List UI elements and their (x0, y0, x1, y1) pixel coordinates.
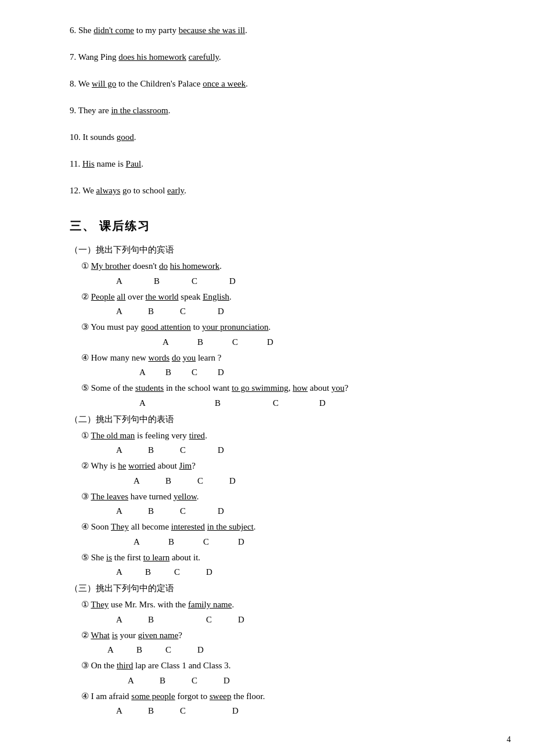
sentence-9: 9. They are in the classroom. (70, 103, 488, 117)
sentence-10: 10. It sounds good. (70, 130, 488, 144)
circle-num: ⑤ (81, 553, 91, 562)
sentence-9-text: They are in the classroom. (78, 106, 171, 115)
subsection-1-label: （一）挑出下列句中的宾语 (70, 244, 488, 255)
ex3-item2: ② What is your given name? ABCD (70, 628, 488, 656)
ex3-item2-sentence: ② What is your given name? (81, 628, 488, 643)
ex2-item3-sentence: ③ The leaves have turned yellow. (81, 489, 488, 505)
ex2-item4-abcd: ABCD (134, 537, 488, 547)
ex3-item4-sentence: ④ I am afraid some people forgot to swee… (81, 689, 488, 704)
ex1-item4-abcd: ABCD (139, 368, 488, 377)
subsection-1: （一）挑出下列句中的宾语 ① My brother doesn't do his… (70, 244, 488, 408)
sentence-6-text: She didn't come to my party because she … (78, 26, 247, 35)
sentence-6: 6. She didn't come to my party because s… (70, 23, 488, 37)
circle-num: ② (81, 461, 91, 470)
circle-num: ② (81, 631, 91, 640)
ex3-item3: ③ On the third lap are Class 1 and Class… (70, 658, 488, 686)
ex3-item3-sentence: ③ On the third lap are Class 1 and Class… (81, 658, 488, 674)
ex1-item5: ⑤ Some of the students in the school wan… (70, 381, 488, 408)
ex3-item1-abcd: ABCD (116, 615, 488, 625)
sentence-8: 8. We will go to the Children's Palace o… (70, 77, 488, 91)
circle-num: ④ (81, 522, 91, 531)
subsection-3-label: （三）挑出下列句中的定语 (70, 583, 488, 594)
ex2-item3: ③ The leaves have turned yellow. ABCD (70, 489, 488, 517)
ex1-item1: ① My brother doesn't do his homework. AB… (70, 259, 488, 286)
ex2-item2-sentence: ② Why is he worried about Jim? (81, 459, 488, 474)
ex2-item5-abcd: ABCD (116, 567, 488, 577)
ex1-item5-sentence: ⑤ Some of the students in the school wan… (81, 381, 488, 396)
ex2-item5: ⑤ She is the first to learn about it. AB… (70, 550, 488, 578)
sentence-7: 7. Wang Ping does his homework carefully… (70, 50, 488, 64)
ex1-item1-sentence: ① My brother doesn't do his homework. (81, 259, 488, 274)
circle-num: ③ (81, 322, 91, 332)
circle-num: ④ (81, 353, 91, 362)
page-number: 4 (507, 735, 511, 744)
sentence-12-text: We always go to school early. (82, 186, 186, 195)
ex1-item2-abcd: ABCD (116, 307, 488, 316)
sentence-12-num: 12. (70, 186, 82, 195)
sentence-10-text: It sounds good. (83, 132, 136, 142)
ex1-item4: ④ How many new words do you learn ? ABCD (70, 351, 488, 378)
ex1-item3: ③ You must pay good attention to your pr… (70, 320, 488, 347)
sentence-9-num: 9. (70, 106, 78, 115)
sentence-11: 11. His name is Paul. (70, 157, 488, 171)
ex1-item1-abcd: ABCD (116, 276, 488, 286)
ex2-item1-abcd: ABCD (116, 445, 488, 455)
subsection-3: （三）挑出下列句中的定语 ① They use Mr. Mrs. with th… (70, 583, 488, 716)
section-3: 三、 课后练习 （一）挑出下列句中的宾语 ① My brother doesn'… (70, 218, 488, 716)
sentence-11-num: 11. (70, 159, 82, 168)
circle-num: ④ (81, 692, 91, 701)
sentence-10-num: 10. (70, 132, 83, 142)
ex2-item5-sentence: ⑤ She is the first to learn about it. (81, 550, 488, 566)
circle-num: ① (81, 261, 91, 271)
ex1-item4-sentence: ④ How many new words do you learn ? (81, 351, 488, 366)
sentence-7-text: Wang Ping does his homework carefully. (78, 52, 221, 62)
circle-num: ① (81, 600, 91, 609)
circle-num: ⑤ (81, 383, 91, 393)
ex3-item1: ① They use Mr. Mrs. with the family name… (70, 597, 488, 625)
ex2-item1-sentence: ① The old man is feeling very tired. (81, 429, 488, 444)
ex2-item4-sentence: ④ Soon They all become interested in the… (81, 520, 488, 535)
numbered-sentences-section: 6. She didn't come to my party because s… (70, 23, 488, 197)
circle-num: ① (81, 431, 91, 440)
ex2-item2: ② Why is he worried about Jim? ABCD (70, 459, 488, 486)
sentence-6-num: 6. (70, 26, 78, 35)
ex1-item5-abcd: ABCD (139, 398, 488, 408)
ex3-item2-abcd: ABCD (107, 645, 488, 655)
ex1-item3-sentence: ③ You must pay good attention to your pr… (81, 320, 488, 335)
ex3-item4-abcd: ABCD (116, 706, 488, 716)
sentence-11-text: His name is Paul. (82, 159, 143, 168)
sentence-12: 12. We always go to school early. (70, 183, 488, 197)
ex2-item2-abcd: ABCD (134, 476, 488, 486)
ex1-item2: ② People all over the world speak Englis… (70, 290, 488, 317)
section-3-title: 三、 课后练习 (70, 218, 488, 234)
subsection-2: （二）挑出下列句中的表语 ① The old man is feeling ve… (70, 414, 488, 578)
ex3-item4: ④ I am afraid some people forgot to swee… (70, 689, 488, 717)
sentence-8-num: 8. (70, 79, 78, 88)
ex1-item2-sentence: ② People all over the world speak Englis… (81, 290, 488, 305)
ex2-item3-abcd: ABCD (116, 506, 488, 516)
ex3-item1-sentence: ① They use Mr. Mrs. with the family name… (81, 597, 488, 613)
ex2-item4: ④ Soon They all become interested in the… (70, 520, 488, 547)
sentence-7-num: 7. (70, 52, 78, 62)
circle-num: ③ (81, 492, 91, 501)
circle-num: ③ (81, 661, 91, 670)
circle-num: ② (81, 292, 91, 301)
subsection-2-label: （二）挑出下列句中的表语 (70, 414, 488, 425)
sentence-8-text: We will go to the Children's Palace once… (78, 79, 248, 88)
ex3-item3-abcd: ABCD (128, 676, 488, 686)
ex2-item1: ① The old man is feeling very tired. ABC… (70, 429, 488, 456)
ex1-item3-abcd: ABCD (163, 337, 488, 347)
